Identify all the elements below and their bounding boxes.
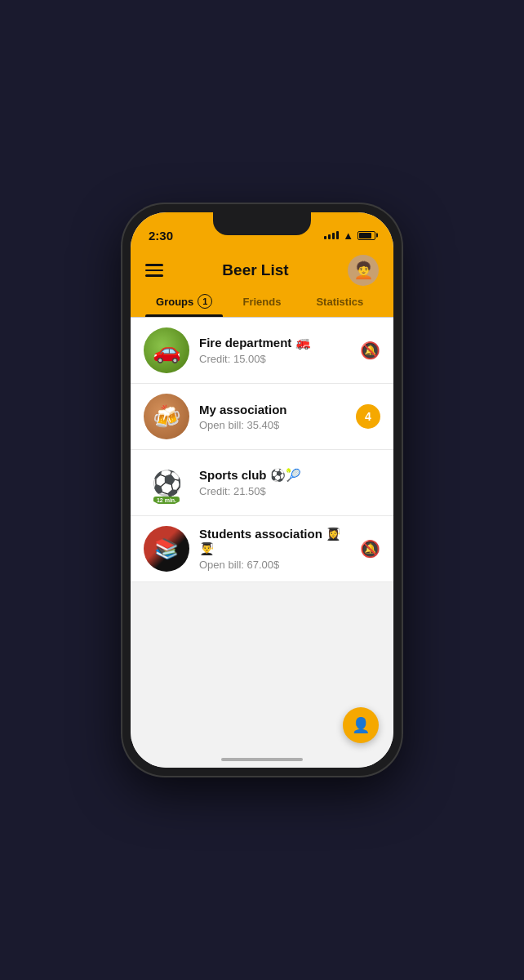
bell-off-icon: 🔕 xyxy=(360,341,380,360)
group-name-association: My association xyxy=(199,403,346,416)
app-header: Beer List 🧑‍🦱 xyxy=(131,248,393,286)
group-name-fire: Fire department 🚒 xyxy=(199,336,350,350)
tab-groups-badge: 1 xyxy=(198,294,212,309)
tab-statistics[interactable]: Statistics xyxy=(301,294,379,317)
signal-icon xyxy=(324,231,339,239)
groups-list: 🚗 Fire department 🚒 Credit: 15.00$ 🔕 🍻 xyxy=(131,318,393,768)
list-item[interactable]: 📚 Students association 👩‍🎓👨‍🎓 Open bill:… xyxy=(131,516,393,582)
list-item[interactable]: 🚗 Fire department 🚒 Credit: 15.00$ 🔕 xyxy=(131,318,393,384)
battery-icon xyxy=(357,231,375,240)
phone-screen: 2:30 ▲ xyxy=(131,212,393,768)
group-name-students: Students association 👩‍🎓👨‍🎓 xyxy=(199,527,350,556)
group-avatar-students: 📚 xyxy=(144,526,189,572)
group-avatar-fire: 🚗 xyxy=(144,327,189,373)
tab-groups-label: Groups xyxy=(156,296,193,308)
tab-statistics-label: Statistics xyxy=(316,296,363,308)
group-action-fire: 🔕 xyxy=(360,341,380,360)
notification-badge-association: 4 xyxy=(356,404,380,429)
tab-groups[interactable]: Groups 1 xyxy=(145,294,223,317)
list-item[interactable]: 🍻 My association Open bill: 35.40$ 4 xyxy=(131,384,393,450)
group-info-sports: Sports club ⚽🎾 Credit: 21.50$ xyxy=(199,468,371,497)
group-sub-association: Open bill: 35.40$ xyxy=(199,419,346,431)
phone-frame: 2:30 ▲ xyxy=(122,204,402,776)
group-name-sports: Sports club ⚽🎾 xyxy=(199,468,371,483)
tab-bar: Groups 1 Friends Statistics xyxy=(131,286,393,317)
tab-friends[interactable]: Friends xyxy=(223,294,300,317)
group-avatar-association: 🍻 xyxy=(144,394,189,439)
group-info-association: My association Open bill: 35.40$ xyxy=(199,403,346,431)
group-action-students: 🔕 xyxy=(360,539,380,559)
status-time: 2:30 xyxy=(149,229,173,243)
group-info-fire: Fire department 🚒 Credit: 15.00$ xyxy=(199,336,350,365)
group-sub-sports: Credit: 21.50$ xyxy=(199,485,371,497)
status-icons: ▲ xyxy=(324,229,375,242)
time-badge-sports: 12 min. xyxy=(153,497,180,504)
bell-off-icon-students: 🔕 xyxy=(360,539,380,559)
group-info-students: Students association 👩‍🎓👨‍🎓 Open bill: 6… xyxy=(199,527,350,571)
home-indicator xyxy=(221,758,303,761)
tab-friends-label: Friends xyxy=(243,296,282,308)
menu-button[interactable] xyxy=(145,264,163,277)
notch xyxy=(213,212,311,235)
add-group-button[interactable]: 👤 xyxy=(343,707,379,743)
group-avatar-sports: ⚽ 12 min. xyxy=(144,460,189,506)
group-sub-fire: Credit: 15.00$ xyxy=(199,353,350,365)
wifi-icon: ▲ xyxy=(343,229,353,242)
page-title: Beer List xyxy=(222,261,288,279)
add-group-icon: 👤 xyxy=(352,716,370,734)
group-sub-students: Open bill: 67.00$ xyxy=(199,559,350,571)
list-item[interactable]: ⚽ 12 min. Sports club ⚽🎾 Credit: 21.50$ xyxy=(131,450,393,516)
user-avatar[interactable]: 🧑‍🦱 xyxy=(348,255,379,286)
group-action-association: 4 xyxy=(356,404,380,429)
